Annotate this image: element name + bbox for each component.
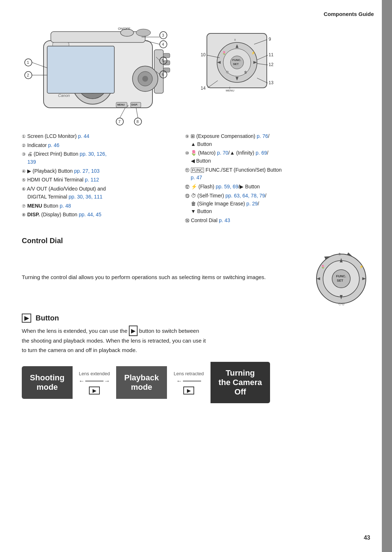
- svg-text:SET: SET: [233, 62, 239, 66]
- svg-text:FUNC.: FUNC.: [232, 58, 241, 62]
- svg-text:⏱⚙: ⏱⚙: [338, 302, 345, 306]
- svg-text:1: 1: [27, 60, 29, 65]
- svg-text:DISP.: DISP.: [131, 103, 138, 106]
- control-dial-section: Control Dial Turning the control dial al…: [22, 237, 374, 307]
- svg-text:3: 3: [162, 33, 164, 37]
- svg-text:11: 11: [269, 52, 274, 57]
- svg-text:SET: SET: [337, 279, 343, 282]
- svg-text:±: ±: [234, 38, 236, 41]
- svg-rect-17: [163, 68, 170, 72]
- back-diagram: FUNC. SET 🌷 ⚡ ⏱ 🗑: [196, 28, 279, 101]
- page: Components Guide ON/OFF: [0, 0, 392, 552]
- spec-item-5: ⑤ HDMI OUT Mini Terminal p. 112: [22, 176, 174, 184]
- svg-text:6: 6: [162, 72, 164, 77]
- spec-item-2: ② Indicator p. 46: [22, 142, 174, 150]
- playback-mode-label: Playbackmode: [124, 373, 159, 392]
- svg-text:5: 5: [162, 58, 164, 63]
- header-title: Components Guide: [324, 11, 374, 17]
- spec-item-9: ⑨ ⊞ (Exposure Compensation) p. 76/ ▲ But…: [185, 132, 374, 148]
- playback-title: Button: [36, 314, 59, 322]
- arrow-group-2: Lens retracted ← ▶: [167, 371, 211, 394]
- camera-diagram: ON/OFF 1: [22, 21, 189, 126]
- dial-image: FUNC. SET ± ⏱⚙ 🌷: [309, 248, 374, 307]
- camera-svg: ON/OFF 1: [22, 21, 189, 126]
- specs-section: ① Screen (LCD Monitor) p. 44 ② Indicator…: [22, 132, 374, 226]
- svg-text:⏱: ⏱: [226, 70, 229, 74]
- arrows-1: ← → ▶: [79, 378, 110, 394]
- svg-text:ON/OFF: ON/OFF: [118, 27, 130, 30]
- svg-text:MENU: MENU: [226, 89, 234, 92]
- svg-text:FUNC.: FUNC.: [336, 274, 346, 278]
- spec-item-4: ④ ▶ (Playback) Button pp. 27, 103: [22, 167, 174, 175]
- svg-line-38: [120, 108, 125, 118]
- svg-text:±: ±: [339, 252, 341, 256]
- playback-button-section: ▶ Button When the lens is extended, you …: [22, 314, 374, 404]
- spec-item-12: ⑫ ⚡ (Flash) pp. 59, 69/▶ Button: [185, 183, 374, 191]
- page-header: Components Guide: [22, 11, 374, 17]
- play-button-icon-1: ▶: [89, 387, 100, 394]
- svg-line-41: [136, 108, 138, 118]
- svg-text:⚡: ⚡: [359, 265, 364, 269]
- svg-point-8: [136, 29, 151, 36]
- dial-svg: FUNC. SET ± ⏱⚙ 🌷: [309, 248, 374, 306]
- specs-left: ① Screen (LCD Monitor) p. 44 ② Indicator…: [22, 132, 174, 226]
- specs-right: ⑨ ⊞ (Exposure Compensation) p. 76/ ▲ But…: [185, 132, 374, 226]
- svg-text:MENU: MENU: [117, 103, 125, 106]
- shooting-mode-box: Shootingmode: [22, 366, 73, 399]
- svg-text:14: 14: [201, 86, 206, 91]
- svg-text:🌷: 🌷: [321, 265, 325, 269]
- spec-item-10: ⑩ 🌷 (Macro) p. 70/▲ (Infinity) p. 69/ ◀ …: [185, 149, 374, 165]
- shooting-mode-label: Shootingmode: [30, 373, 64, 392]
- svg-rect-10: [47, 46, 114, 93]
- playback-mode-box: Playbackmode: [116, 366, 167, 399]
- turning-off-label: Turningthe CameraOff: [219, 368, 262, 397]
- spec-item-14: ⑭ Control Dial p. 43: [185, 217, 374, 225]
- arrows-2: ← ▶: [176, 378, 201, 394]
- svg-text:⚡: ⚡: [251, 51, 256, 55]
- spec-item-11: ⑪ FUNC FUNC./SET (Function/Set) Button p…: [185, 166, 374, 182]
- spec-item-6: ⑥ A/V OUT (Audio/Video Output) and DIGIT…: [22, 185, 174, 201]
- spec-item-1: ① Screen (LCD Monitor) p. 44: [22, 132, 174, 140]
- page-number: 43: [364, 535, 370, 541]
- svg-text:Canon: Canon: [58, 93, 70, 98]
- control-dial-description: Turning the control dial allows you to p…: [22, 273, 298, 282]
- svg-text:12: 12: [269, 62, 274, 67]
- arrow-group-1: Lens extended ← → ▶: [73, 371, 116, 394]
- turning-off-box: Turningthe CameraOff: [211, 362, 270, 403]
- svg-text:8: 8: [136, 119, 139, 124]
- right-bar: [382, 0, 392, 552]
- svg-text:13: 13: [269, 80, 274, 85]
- mode-diagram: Shootingmode Lens extended ← → ▶: [22, 362, 374, 403]
- svg-text:4: 4: [162, 42, 164, 46]
- svg-text:🗑: 🗑: [244, 70, 247, 74]
- lens-retracted-label: Lens retracted: [173, 371, 204, 376]
- spec-item-13: ⑬ ⏱ (Self-Timer) pp. 63, 64, 78, 79/ 🗑 (…: [185, 192, 374, 216]
- playback-header: ▶ Button: [22, 314, 374, 323]
- playback-description: When the lens is extended, you can use t…: [22, 326, 374, 355]
- spec-item-3: ③ 🖨 (Direct Print) Button pp. 30, 126, 1…: [22, 150, 174, 166]
- spec-item-7: ⑦ MENU Button p. 48: [22, 202, 174, 210]
- svg-text:9: 9: [269, 37, 271, 42]
- svg-text:🌷: 🌷: [222, 51, 226, 55]
- svg-text:10: 10: [201, 52, 206, 57]
- diagram-section: ON/OFF 1: [22, 21, 374, 126]
- lens-extended-label: Lens extended: [79, 371, 110, 376]
- control-dial-title: Control Dial: [22, 237, 374, 245]
- play-button-icon-2: ▶: [183, 387, 194, 394]
- back-panel-svg: FUNC. SET 🌷 ⚡ ⏱ 🗑: [196, 28, 279, 101]
- control-dial-content: Turning the control dial allows you to p…: [22, 248, 374, 307]
- svg-text:2: 2: [27, 73, 29, 77]
- spec-item-8: ⑧ DISP. (Display) Button pp. 44, 45: [22, 211, 174, 219]
- svg-text:7: 7: [118, 119, 121, 124]
- svg-point-14: [142, 76, 148, 82]
